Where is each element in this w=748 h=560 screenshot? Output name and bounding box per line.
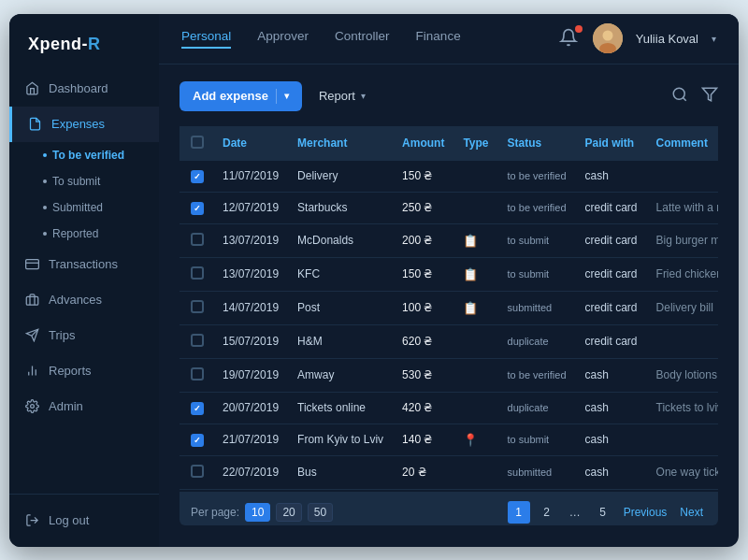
per-page-10[interactable]: 10 [245, 503, 270, 522]
tab-finance[interactable]: Finance [416, 29, 461, 49]
cell-amount: 530 ₴ [393, 358, 453, 392]
col-header-comment: Comment [647, 126, 718, 161]
sidebar-item-trips[interactable]: Trips [9, 318, 159, 353]
expenses-icon [27, 117, 42, 132]
tab-personal[interactable]: Personal [181, 29, 231, 49]
sidebar-sub-item-submitted[interactable]: Submitted [43, 194, 159, 221]
user-name[interactable]: Yuliia Koval [636, 32, 698, 46]
cell-date: 13/07/2019 [213, 223, 288, 257]
page-5[interactable]: 5 [592, 501, 614, 524]
table-row: 21/07/2019From Kyiv to Lviv140 ₴📍to subm… [180, 424, 718, 455]
svg-point-11 [673, 88, 684, 99]
row-checkbox[interactable] [191, 170, 204, 183]
add-expense-label: Add expense [193, 89, 268, 103]
toolbar: Add expense ▾ Report ▾ [180, 81, 718, 111]
table-row: 13/07/2019McDonalds200 ₴📋to submitcredit… [180, 223, 718, 257]
sidebar-sub-item-reported[interactable]: Reported [43, 221, 159, 247]
prev-button[interactable]: Previous [620, 506, 671, 519]
sidebar-item-logout[interactable]: Log out [24, 508, 144, 534]
cell-amount: 250 ₴ [393, 192, 453, 223]
add-expense-button[interactable]: Add expense ▾ [180, 81, 302, 111]
button-divider [276, 89, 277, 104]
per-page-label: Per page: [191, 506, 239, 519]
report-button[interactable]: Report ▾ [313, 81, 371, 110]
cell-paid-with: cash [576, 358, 647, 392]
notification-badge [575, 25, 583, 33]
cell-merchant: Post [288, 291, 393, 324]
sub-item-label: To submit [52, 175, 100, 188]
user-chevron-icon: ▾ [712, 34, 716, 44]
row-checkbox[interactable] [191, 266, 204, 280]
sub-item-label: Reported [52, 227, 98, 240]
sidebar-item-advances[interactable]: Advances [9, 282, 159, 318]
per-page-50[interactable]: 50 [308, 503, 333, 522]
cell-merchant: Starbucks [288, 192, 393, 223]
col-header-merchant: Merchant [288, 126, 393, 161]
sidebar-sub-item-to-submit[interactable]: To submit [43, 168, 159, 194]
home-icon [24, 81, 39, 96]
cell-type [453, 358, 497, 392]
toolbar-right [671, 86, 718, 107]
tab-approver[interactable]: Approver [257, 29, 309, 49]
sidebar-item-reports[interactable]: Reports [9, 353, 159, 389]
document-icon: 📋 [463, 267, 478, 281]
per-page-selector: Per page: 10 20 50 [191, 503, 333, 522]
cell-merchant: H&M [288, 324, 393, 358]
cell-comment [647, 424, 718, 455]
table-row: 15/07/2019H&M620 ₴duplicatecredit card [180, 324, 718, 358]
cell-status: to be verified [498, 192, 576, 223]
cell-paid-with: credit card [576, 192, 647, 223]
cell-status: duplicate [498, 392, 576, 424]
sidebar-item-label: Admin [49, 399, 83, 413]
next-button[interactable]: Next [676, 506, 707, 519]
logo: Xpend-R [9, 14, 159, 71]
cell-merchant: Amway [288, 358, 393, 392]
admin-icon [24, 399, 39, 414]
row-checkbox[interactable] [191, 367, 204, 381]
cell-merchant: Tickets online [288, 392, 393, 424]
row-checkbox[interactable] [191, 334, 204, 347]
sidebar-item-label: Reports [49, 364, 92, 378]
table-row: 14/07/2019Post100 ₴📋submittedcredit card… [180, 291, 718, 324]
filter-icon[interactable] [701, 86, 718, 107]
cell-paid-with: credit card [576, 324, 647, 358]
sidebar-item-expenses[interactable]: Expenses [9, 107, 159, 142]
table-row: 11/07/2019Delivery150 ₴to be verifiedcas… [180, 161, 718, 193]
svg-point-6 [30, 405, 34, 409]
cell-comment: Fried chicken [647, 257, 718, 291]
row-checkbox[interactable] [191, 233, 204, 246]
cell-paid-with: cash [576, 455, 647, 489]
sidebar-item-transactions[interactable]: Transactions [9, 247, 159, 282]
select-all-checkbox[interactable] [191, 136, 204, 149]
row-checkbox[interactable] [191, 434, 204, 447]
per-page-20[interactable]: 20 [276, 503, 301, 522]
transactions-icon [24, 257, 39, 272]
notification-bell-icon[interactable] [559, 28, 580, 49]
sidebar-item-admin[interactable]: Admin [9, 389, 159, 424]
cell-amount: 150 ₴ [393, 257, 453, 291]
sidebar-item-dashboard[interactable]: Dashboard [9, 71, 159, 107]
reports-icon [24, 364, 39, 379]
sidebar-item-label: Advances [49, 293, 102, 307]
tab-controller[interactable]: Controller [335, 29, 390, 49]
cell-merchant: McDonalds [288, 223, 393, 257]
table-row: 20/07/2019Tickets online420 ₴duplicateca… [180, 392, 718, 424]
cell-paid-with: cash [576, 392, 647, 424]
cell-comment: Body lotions and scrub [647, 358, 718, 392]
cell-amount: 20 ₴ [393, 455, 453, 489]
row-checkbox[interactable] [191, 402, 204, 415]
sidebar-sub-item-to-be-verified[interactable]: To be verified [43, 142, 159, 168]
svg-marker-13 [703, 88, 717, 101]
main-content: Personal Approver Controller Finance [159, 14, 739, 547]
advances-icon [24, 293, 39, 308]
cell-status: duplicate [498, 324, 576, 358]
row-checkbox[interactable] [191, 202, 204, 215]
logout-icon [24, 513, 39, 528]
row-checkbox[interactable] [191, 465, 204, 478]
search-icon[interactable] [671, 86, 688, 107]
page-2[interactable]: 2 [536, 501, 558, 524]
sub-item-label: Submitted [52, 201, 103, 214]
row-checkbox[interactable] [191, 300, 204, 313]
page-1[interactable]: 1 [508, 501, 530, 524]
top-nav: Personal Approver Controller Finance [159, 14, 739, 65]
